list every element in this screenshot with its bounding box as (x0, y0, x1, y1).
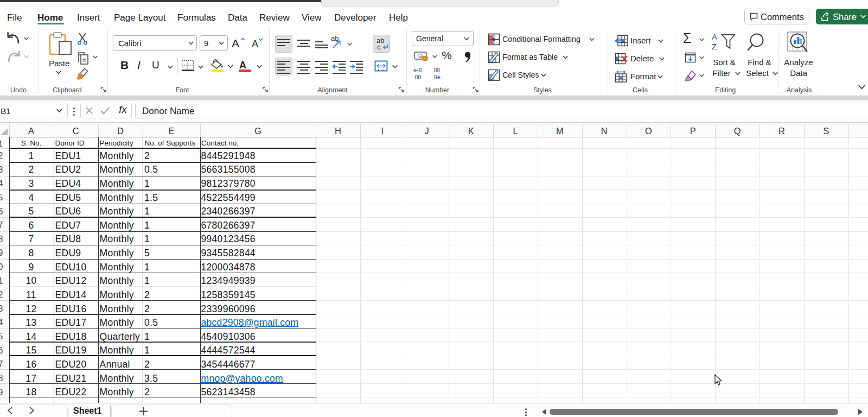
svg-text:.00: .00 (413, 74, 421, 80)
svg-text:A: A (712, 32, 717, 41)
svg-text:0: 0 (419, 67, 422, 73)
svg-text:.00: .00 (432, 67, 440, 73)
svg-text:Z: Z (712, 42, 717, 51)
